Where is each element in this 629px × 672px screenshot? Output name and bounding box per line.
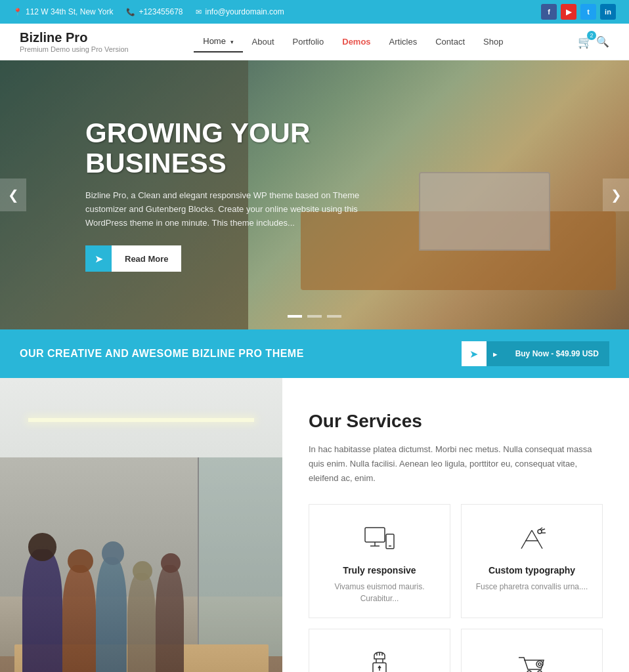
cta-btn-icon: ➤ bbox=[462, 341, 487, 366]
logo-subtitle: Premium Demo using Pro Version bbox=[20, 45, 129, 53]
header: Bizline Pro Premium Demo using Pro Versi… bbox=[0, 24, 629, 60]
services-section: Our Services In hac habitasse platea dic… bbox=[0, 378, 629, 672]
phone-text: +123455678 bbox=[139, 7, 183, 16]
cta-text: OUR CREATIVE AND AWESOME BIZLINE PRO THE… bbox=[20, 348, 304, 360]
service-desc-responsive: Vivamus euismod mauris. Curabitur... bbox=[322, 581, 437, 604]
services-wrapper: Our Services In hac habitasse platea dic… bbox=[0, 378, 629, 672]
cart-button[interactable]: 🛒 2 bbox=[578, 35, 592, 49]
service-desc-typography: Fusce pharetra convallis urna.... bbox=[475, 581, 589, 593]
top-bar-left: 📍 112 W 34th St, New York 📞 +123455678 ✉… bbox=[13, 7, 284, 16]
buy-now-button[interactable]: ➤ ▸ Buy Now - $49.99 USD bbox=[462, 341, 609, 366]
responsive-icon bbox=[360, 523, 399, 556]
service-card-responsive: Truly responsive Vivamus euismod mauris.… bbox=[309, 504, 450, 618]
twitter-icon[interactable]: t bbox=[580, 4, 596, 20]
svg-line-5 bbox=[521, 530, 532, 549]
nav-articles[interactable]: Articles bbox=[380, 32, 427, 52]
address-text: 112 W 34th St, New York bbox=[26, 7, 113, 16]
services-content: Our Services In hac habitasse platea dic… bbox=[282, 378, 629, 672]
svg-point-22 bbox=[538, 663, 541, 665]
hero-read-more-button[interactable]: ➤ Read More bbox=[85, 245, 181, 272]
facebook-icon[interactable]: f bbox=[541, 4, 557, 20]
cta-btn-arrow: ▸ bbox=[487, 341, 505, 366]
hero-content: GROWING YOUR BUSINESS Bizline Pro, a Cle… bbox=[0, 118, 394, 272]
service-name-typography: Custom typography bbox=[475, 565, 589, 576]
nav-demos[interactable]: Demos bbox=[333, 32, 380, 52]
service-card-plugins: Premium plugins Vivamus elementum semper… bbox=[309, 629, 450, 672]
typography-svg bbox=[516, 525, 548, 554]
svg-rect-0 bbox=[365, 528, 385, 542]
services-image bbox=[0, 378, 282, 672]
address-item: 📍 112 W 34th St, New York bbox=[13, 7, 113, 16]
plugins-svg bbox=[364, 650, 395, 672]
responsive-svg bbox=[364, 525, 395, 554]
services-grid: Truly responsive Vivamus euismod mauris.… bbox=[309, 504, 603, 672]
services-title: Our Services bbox=[309, 411, 603, 432]
email-item: ✉ info@yourdomain.com bbox=[196, 7, 284, 16]
slider-dot-1[interactable] bbox=[288, 315, 302, 318]
nav-contact[interactable]: Contact bbox=[426, 32, 474, 52]
chevron-down-icon: ▾ bbox=[230, 39, 234, 45]
service-card-woocommerce: Woocommerce support Phasellus magna. Nun… bbox=[461, 629, 603, 672]
chevron-left-icon: ❮ bbox=[8, 187, 19, 203]
cta-btn-label: Buy Now - $49.99 USD bbox=[505, 341, 609, 366]
nav-about[interactable]: About bbox=[243, 32, 284, 52]
phone-item: 📞 +123455678 bbox=[126, 7, 183, 16]
slider-dot-3[interactable] bbox=[327, 315, 341, 318]
hero-btn-icon: ➤ bbox=[85, 245, 112, 272]
hero-title: GROWING YOUR BUSINESS bbox=[85, 118, 394, 178]
hero-text: Bizline Pro, a Clean and elegant respons… bbox=[85, 189, 387, 230]
location-icon: 📍 bbox=[13, 8, 22, 16]
service-card-typography: Custom typography Fusce pharetra convall… bbox=[461, 504, 603, 618]
top-bar: 📍 112 W 34th St, New York 📞 +123455678 ✉… bbox=[0, 0, 629, 24]
typography-icon bbox=[512, 523, 552, 556]
nav-shop[interactable]: Shop bbox=[474, 32, 512, 52]
cta-bar: OUR CREATIVE AND AWESOME BIZLINE PRO THE… bbox=[0, 329, 629, 378]
slider-dot-2[interactable] bbox=[307, 315, 322, 318]
main-nav: Home ▾ About Portfolio Demos Articles Co… bbox=[194, 31, 512, 52]
email-icon: ✉ bbox=[196, 8, 202, 16]
logo-title: Bizline Pro bbox=[20, 30, 129, 45]
hero-slider: GROWING YOUR BUSINESS Bizline Pro, a Cle… bbox=[0, 60, 629, 329]
svg-line-10 bbox=[541, 529, 545, 530]
social-icons: f ▶ t in bbox=[541, 4, 616, 20]
svg-point-21 bbox=[536, 661, 543, 667]
cart-badge: 2 bbox=[587, 31, 596, 40]
logo: Bizline Pro Premium Demo using Pro Versi… bbox=[20, 30, 129, 53]
nav-portfolio[interactable]: Portfolio bbox=[284, 32, 334, 52]
svg-line-9 bbox=[540, 528, 542, 530]
woocommerce-icon bbox=[512, 648, 552, 672]
youtube-icon[interactable]: ▶ bbox=[561, 4, 576, 20]
chevron-right-icon: ❯ bbox=[611, 187, 622, 203]
header-icons: 🛒 2 🔍 bbox=[578, 35, 609, 49]
phone-icon: 📞 bbox=[126, 8, 135, 16]
linkedin-icon[interactable]: in bbox=[600, 4, 616, 20]
search-icon: 🔍 bbox=[596, 36, 609, 47]
slider-prev-button[interactable]: ❮ bbox=[0, 178, 26, 211]
nav-home[interactable]: Home ▾ bbox=[194, 31, 242, 52]
slider-dots bbox=[288, 315, 341, 318]
slider-next-button[interactable]: ❯ bbox=[603, 178, 629, 211]
woocommerce-svg bbox=[516, 650, 548, 672]
plugins-icon bbox=[360, 648, 399, 672]
hero-btn-label: Read More bbox=[112, 245, 181, 272]
search-button[interactable]: 🔍 bbox=[596, 35, 609, 48]
service-name-responsive: Truly responsive bbox=[322, 565, 437, 576]
services-description: In hac habitasse platea dictumst. Morbi … bbox=[309, 442, 603, 486]
email-text: info@yourdomain.com bbox=[205, 7, 284, 16]
